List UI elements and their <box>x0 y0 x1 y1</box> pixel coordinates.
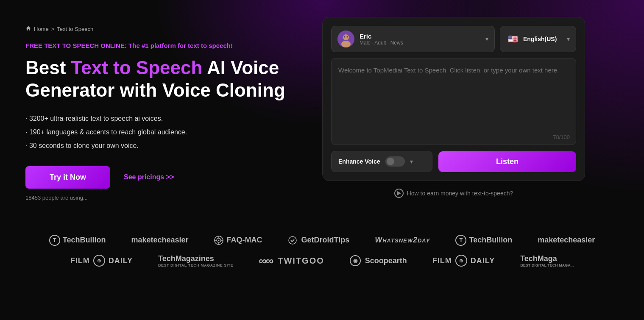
brands-section: T TechBullion maketecheasier FAQ-MAC <box>0 218 644 284</box>
enhance-voice-toggle[interactable] <box>385 156 405 167</box>
char-count: 78/100 <box>332 132 576 145</box>
brand-techmagazines-2-label: TechMaga <box>520 254 557 263</box>
svg-point-1 <box>343 34 349 40</box>
brand-techmagazines-1-label: TechMagazines <box>158 254 214 263</box>
play-triangle-icon <box>397 191 401 195</box>
hero-title-highlight: Text to Speech <box>71 57 203 78</box>
twitgoo-infinity-icon: ∞∞ <box>259 254 273 267</box>
controls-row: Enhance Voice ▾ Listen <box>331 151 576 172</box>
how-to-earn-text[interactable]: How to earn money with text-to-speech? <box>407 190 513 197</box>
tts-widget: Eric Male · Adult · News ▾ 🇺🇸 English(US… <box>322 17 585 181</box>
home-icon <box>25 25 31 33</box>
brand-techbullion-1: T TechBullion <box>49 235 106 246</box>
voice-lang-row: Eric Male · Adult · News ▾ 🇺🇸 English(US… <box>331 26 576 52</box>
features-list: · 3200+ ultra-realistic text to speech a… <box>25 114 288 151</box>
brand-maketecheasier-2: maketecheasier <box>538 236 595 245</box>
how-to-earn: How to earn money with text-to-speech? <box>322 189 585 198</box>
breadcrumb-current: Text to Speech <box>57 26 93 32</box>
breadcrumb-home[interactable]: Home <box>34 26 49 32</box>
cta-row: Try it Now See pricings >> <box>25 166 288 189</box>
feature-item-1: · 3200+ ultra-realistic text to speech a… <box>25 114 288 124</box>
brand-filmdaily-1-daily: DAILY <box>109 256 133 265</box>
enhance-chevron-icon[interactable]: ▾ <box>410 158 413 165</box>
brand-twitgoo: ∞∞ TWITGOO <box>259 254 324 267</box>
brand-techmagazines-2-sub: BEST DIGITAL TECH MAGA... <box>520 263 574 267</box>
tagline: FREE TEXT TO SPEECH ONLINE: The #1 platf… <box>25 41 288 50</box>
brand-maketecheasier-1-label: maketecheasier <box>131 236 188 245</box>
user-count: 18453 people are using... <box>25 195 288 201</box>
text-area-wrapper: 78/100 <box>331 58 576 145</box>
brand-whatsnew2day: WHATSNEW2DAY <box>375 236 430 245</box>
brand-scoopearth-label: Scoopearth <box>365 256 407 265</box>
brand-filmdaily-2: FILM ⊕ DAILY <box>432 255 495 267</box>
voice-avatar <box>337 31 354 47</box>
brand-scoopearth: ◉ Scoopearth <box>350 255 407 266</box>
brand-whatsnew2day-label: WHATSNEW2DAY <box>375 236 430 245</box>
brands-row-1: T TechBullion maketecheasier FAQ-MAC <box>0 235 644 246</box>
voice-selector[interactable]: Eric Male · Adult · News ▾ <box>331 26 495 52</box>
language-name: English(US) <box>523 36 563 42</box>
feature-item-3: · 30 seconds to clone your own voice. <box>25 141 288 151</box>
brand-maketecheasier-1: maketecheasier <box>131 236 188 245</box>
brand-filmdaily-2-daily: DAILY <box>471 256 495 265</box>
brand-maketecheasier-2-label: maketecheasier <box>538 236 595 245</box>
brand-techbullion-1-label: TechBullion <box>63 236 106 245</box>
brand-getdroidtips-label: GetDroidTips <box>301 236 350 245</box>
tts-textarea[interactable] <box>332 58 576 131</box>
voice-meta: Male · Adult · News <box>360 40 480 46</box>
enhance-voice-section: Enhance Voice ▾ <box>331 151 432 172</box>
toggle-knob <box>387 158 394 165</box>
voice-chevron-icon: ▾ <box>485 36 488 42</box>
try-now-button[interactable]: Try it Now <box>25 166 110 189</box>
svg-point-7 <box>218 239 219 241</box>
breadcrumb-separator: > <box>51 26 55 32</box>
breadcrumb: Home > Text to Speech <box>25 25 288 33</box>
techbullion-icon: T <box>49 235 60 246</box>
voice-name: Eric <box>360 33 480 40</box>
brand-faqmac: FAQ-MAC <box>214 236 262 245</box>
brand-techmagazines-1: TechMagazines BEST DIGITAL TECH MAGAZINE… <box>158 254 233 267</box>
brand-techbullion-2: T TechBullion <box>455 235 512 246</box>
language-selector[interactable]: 🇺🇸 English(US) ▾ <box>500 26 576 52</box>
hero-title-part1: Best <box>25 57 71 78</box>
see-pricing-link[interactable]: See pricings >> <box>124 173 174 181</box>
brand-techbullion-2-label: TechBullion <box>469 236 512 245</box>
svg-point-3 <box>344 36 346 38</box>
brand-techmagazines-2: TechMaga BEST DIGITAL TECH MAGA... <box>520 254 574 267</box>
brand-faqmac-label: FAQ-MAC <box>227 236 262 245</box>
tts-widget-section: Eric Male · Adult · News ▾ 🇺🇸 English(US… <box>322 17 585 198</box>
enhance-voice-label: Enhance Voice <box>338 158 380 165</box>
brand-techmagazines-1-sub: BEST DIGITAL TECH MAGAZINE SITE <box>158 263 233 267</box>
voice-info: Eric Male · Adult · News <box>360 33 480 46</box>
us-flag-icon: 🇺🇸 <box>506 33 519 45</box>
lang-chevron-icon: ▾ <box>567 36 570 42</box>
left-section: Home > Text to Speech FREE TEXT TO SPEEC… <box>25 17 288 201</box>
svg-point-4 <box>347 36 348 38</box>
listen-button[interactable]: Listen <box>438 151 576 172</box>
techbullion-2-icon: T <box>455 235 466 246</box>
svg-point-2 <box>341 41 351 47</box>
brands-row-2: FILM ⊕ DAILY TechMagazines BEST DIGITAL … <box>0 254 644 267</box>
brand-filmdaily-2-label: FILM <box>432 256 452 265</box>
play-circle-icon[interactable] <box>394 189 404 198</box>
brand-filmdaily-1: FILM ⊕ DAILY <box>70 255 133 267</box>
brand-twitgoo-label: TWITGOO <box>278 256 324 266</box>
brand-filmdaily-1-label: FILM <box>70 256 90 265</box>
brand-getdroidtips: GetDroidTips <box>288 236 350 245</box>
hero-title: Best Text to Speech AI Voice Generator w… <box>25 57 288 102</box>
feature-item-2: · 190+ languages & accents to reach glob… <box>25 127 288 137</box>
